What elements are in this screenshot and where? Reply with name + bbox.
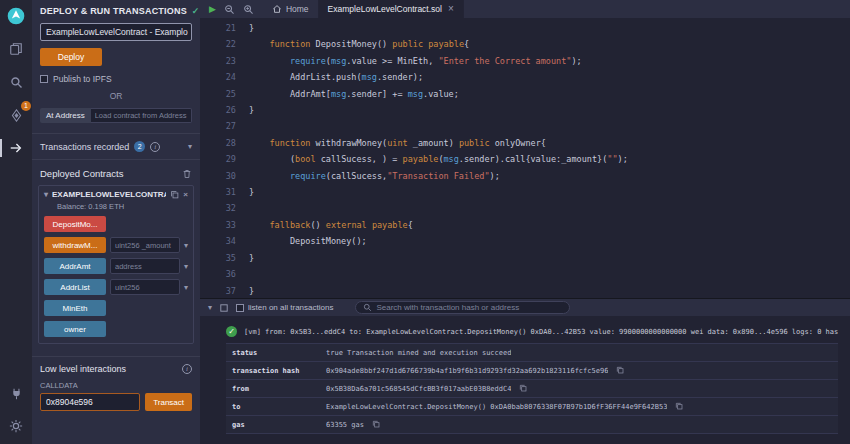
code-text: } (249, 283, 254, 299)
function-button-owner[interactable]: owner (44, 321, 106, 337)
code-line: 22 function DepositMoney() public payabl… (200, 36, 850, 52)
low-level-label: Low level interactions (40, 364, 126, 374)
tab-file-label: ExampleLowLevelContract.sol (328, 4, 442, 14)
copy-icon[interactable] (675, 402, 683, 410)
transactions-recorded-row[interactable]: Transactions recorded 2 i ▾ (32, 133, 200, 160)
deployed-contract-head[interactable]: ▾ EXAMPLELOWLEVELCONTRACT A × (44, 190, 188, 199)
zoom-in-icon[interactable] (243, 4, 254, 15)
code-text: function withdrawMoney(uint _amount) pub… (249, 135, 546, 151)
listen-label: listen on all transactions (248, 303, 333, 312)
function-arg-input[interactable] (110, 237, 180, 253)
run-script-icon[interactable]: ▶ (209, 5, 216, 14)
function-button-depositmo[interactable]: DepositMo... (44, 216, 106, 232)
listen-checkbox[interactable] (236, 304, 244, 312)
calldata-input[interactable] (40, 393, 140, 411)
contract-function-row: AddrList▾ (44, 279, 188, 295)
copy-icon[interactable] (170, 190, 179, 199)
code-text: require(msg.value >= MinEth, "Enter the … (249, 53, 582, 69)
panel-title: DEPLOY & RUN TRANSACTIONS ✓ (32, 0, 200, 20)
code-text: DepositMoney(); (249, 233, 367, 249)
code-text: AddrAmt[msg.sender] += msg.value; (249, 86, 459, 102)
tx-detail-label: to (232, 403, 318, 411)
terminal-menu-icon[interactable] (220, 304, 228, 312)
panel-title-text: DEPLOY & RUN TRANSACTIONS (40, 6, 187, 16)
plugin-manager-icon[interactable] (6, 383, 26, 403)
trash-icon[interactable] (182, 169, 192, 179)
copy-icon[interactable] (519, 384, 527, 392)
code-line: 37} (200, 283, 850, 299)
close-icon[interactable]: × (448, 4, 454, 14)
contract-function-row: AddrAmt▾ (44, 258, 188, 274)
line-number: 31 (200, 184, 236, 200)
tx-detail-value: 0x904ade8bbf247d1d6766739b4af1b9f6b31d92… (326, 367, 608, 375)
code-line: 26} (200, 102, 850, 118)
function-arg-input[interactable] (110, 258, 180, 274)
chevron-down-icon[interactable]: ▾ (184, 262, 188, 271)
line-number: 22 (200, 36, 236, 52)
function-arg-input[interactable] (110, 279, 180, 295)
tx-detail-label: transaction hash (232, 367, 318, 375)
tx-detail-label: gas (232, 421, 318, 429)
tab-file[interactable]: ExampleLowLevelContract.sol × (319, 0, 464, 18)
publish-label: Publish to IPFS (53, 74, 112, 84)
contract-select[interactable]: ExampleLowLevelContract - Examplo (40, 23, 192, 41)
chevron-down-icon[interactable]: ▾ (184, 241, 188, 250)
code-editor[interactable]: 21}22 function DepositMoney() public pay… (200, 18, 850, 298)
contract-function-row: MinEth (44, 300, 188, 316)
chevron-down-icon[interactable]: ▾ (188, 142, 192, 151)
code-line: 35} (200, 250, 850, 266)
copy-icon[interactable] (616, 366, 624, 374)
deployed-contract-name: EXAMPLELOWLEVELCONTRACT A (52, 190, 166, 199)
function-button-withdrawm[interactable]: withdrawM... (44, 237, 106, 253)
function-button-mineth[interactable]: MinEth (44, 300, 106, 316)
terminal-output: ✓ [vm] from: 0x5B3...eddC4 to: ExampleLo… (200, 316, 850, 444)
code-line: 21} (200, 20, 850, 36)
zoom-out-icon[interactable] (224, 4, 235, 15)
deploy-button[interactable]: Deploy (40, 48, 102, 66)
code-text: } (249, 250, 254, 266)
line-number: 29 (200, 151, 236, 167)
function-button-addrlist[interactable]: AddrList (44, 279, 106, 295)
main-area: ▶ Home ExampleLowLevelContract.sol × 21}… (200, 0, 850, 444)
code-line: 30 require(callSucess,"Transaction Faile… (200, 168, 850, 184)
transact-button[interactable]: Transact (145, 393, 192, 411)
at-address-button[interactable]: At Address (40, 108, 91, 123)
function-button-addramt[interactable]: AddrAmt (44, 258, 106, 274)
line-number: 28 (200, 135, 236, 151)
deployed-contracts-header: Deployed Contracts (32, 160, 200, 182)
code-line: 25 AddrAmt[msg.sender] += msg.value; (200, 86, 850, 102)
chevron-down-icon[interactable]: ▾ (184, 283, 188, 292)
code-lines: 21}22 function DepositMoney() public pay… (200, 20, 850, 298)
code-text: fallback() external payable{ (249, 217, 413, 233)
at-address-input[interactable] (91, 108, 192, 123)
solidity-compiler-icon[interactable]: 1 (6, 105, 26, 125)
file-explorer-icon[interactable] (6, 39, 26, 59)
settings-gear-icon[interactable] (6, 416, 26, 436)
contract-function-row: DepositMo... (44, 216, 188, 232)
line-number: 32 (200, 200, 236, 216)
at-address-row: At Address (40, 108, 192, 123)
search-icon (363, 303, 372, 312)
remix-logo (6, 6, 26, 26)
tab-home[interactable]: Home (263, 0, 319, 18)
search-icon[interactable] (6, 72, 26, 92)
close-icon[interactable]: × (183, 190, 188, 199)
publish-checkbox[interactable] (40, 75, 48, 83)
tx-detail-value: 0x5B38Da6a701c568545dCfcBB3f017aabE03B8e… (326, 385, 511, 393)
line-number: 36 (200, 266, 236, 282)
listen-toggle[interactable]: listen on all transactions (236, 303, 333, 312)
line-number: 33 (200, 217, 236, 233)
chevron-down-icon[interactable]: ▾ (44, 190, 48, 199)
deployed-contract-card: ▾ EXAMPLELOWLEVELCONTRACT A × Balance: 0… (38, 185, 194, 344)
check-icon: ✓ (192, 6, 200, 16)
terminal-expand-icon[interactable]: ▾ (208, 304, 212, 312)
copy-icon[interactable] (372, 420, 380, 428)
deployed-contracts-label: Deployed Contracts (40, 168, 123, 179)
terminal-search-input[interactable] (376, 303, 562, 312)
low-level-interactions: Low level interactions i CALLDATA Transa… (32, 356, 200, 411)
deploy-run-icon[interactable] (6, 138, 26, 158)
tx-summary-row[interactable]: ✓ [vm] from: 0x5B3...eddC4 to: ExampleLo… (226, 326, 838, 343)
editor-tabbar: ▶ Home ExampleLowLevelContract.sol × (200, 0, 850, 18)
code-text: } (249, 184, 254, 200)
deploy-run-panel: DEPLOY & RUN TRANSACTIONS ✓ ExampleLowLe… (32, 0, 200, 444)
